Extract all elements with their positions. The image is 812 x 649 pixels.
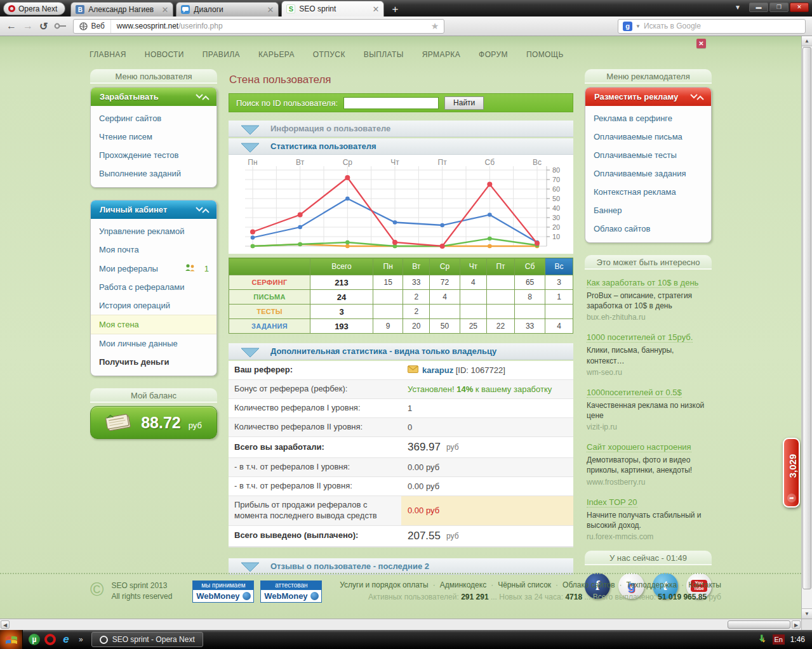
collapse-chevron-icon[interactable] [195,206,210,214]
tray-clock[interactable]: 1:46 [790,635,805,644]
close-button[interactable]: ✕ [790,3,809,12]
taskbar-task-button[interactable]: SEO sprint - Opera Next [91,632,203,647]
minimize-button[interactable]: ▬ [749,3,768,12]
sidebar-link[interactable]: Чтение писем [91,128,216,146]
forward-button[interactable]: → [23,20,33,32]
nav-item-карьера[interactable]: КАРЬЕРА [258,50,295,59]
opera-menu-button[interactable]: Opera Next [3,2,65,15]
footer-link[interactable]: Чёрный список [498,580,551,589]
vertical-scrollbar[interactable]: ▲ ▼ [801,36,812,619]
bookmark-star-icon[interactable]: ★ [426,21,444,31]
footer-link[interactable]: Услуги и порядок оплаты [340,580,428,589]
url-text[interactable]: www.seosprint.net/userinfo.php [111,22,426,30]
nav-item-выплаты[interactable]: ВЫПЛАТЫ [364,50,404,59]
section-user-info[interactable]: Информация о пользователе [229,121,573,137]
ad-title-link[interactable]: Сайт хорошего настроения [587,442,691,452]
sidebar-link[interactable]: Мои рефералы1 [91,259,216,278]
section-user-stats[interactable]: Статистика пользователя [229,138,573,155]
web-badge[interactable]: Веб [74,20,110,33]
sidebar-link[interactable]: Реклама в серфинге [585,109,711,128]
referrer-name[interactable]: karapuz [422,365,453,375]
new-tab-button[interactable]: + [387,3,403,16]
opera-icon[interactable] [44,634,56,645]
browser-tab[interactable]: SSEO sprint✕ [281,1,384,16]
section-reviews[interactable]: Отзывы о пользователе - последние 2 [229,558,573,575]
share-counter-badge[interactable]: 3,029 ➦ [783,438,800,508]
sidebar-link[interactable]: Оплачиваемые тесты [585,146,711,164]
footer-link[interactable]: Контакты [688,580,721,589]
sidebar-link[interactable]: Прохождение тестов [91,146,216,164]
close-ad-icon[interactable]: ✕ [696,39,706,48]
section-extra-stats[interactable]: Дополнительная статистика - видна только… [229,343,573,360]
footer-link[interactable]: Техподдержка [627,580,677,589]
nav-item-ярмарка[interactable]: ЯРМАРКА [422,50,460,59]
nav-item-правила[interactable]: ПРАВИЛА [203,50,240,59]
sidebar-link[interactable]: Серфинг сайтов [91,109,216,128]
ad-title-link[interactable]: Index TOP 20 [587,497,637,508]
collapse-triangle-icon[interactable] [241,348,260,358]
browser-tab[interactable]: ВАлександр Нагиев✕ [70,2,173,16]
sidebar-link[interactable]: Мои личные данные [91,334,216,353]
internet-explorer-icon[interactable]: e [60,634,72,645]
collapse-chevron-icon[interactable] [195,93,210,101]
sidebar-link[interactable]: Управление рекламой [91,222,216,240]
quick-launch-more-icon[interactable]: » [79,635,83,644]
horizontal-scroll-thumb[interactable] [728,620,790,629]
sidebar-link[interactable]: История операций [91,296,216,315]
scroll-down-icon[interactable]: ▼ [802,608,812,619]
sidebar-link[interactable]: Моя почта [91,240,216,259]
tab-list-dropdown-icon[interactable]: ▼ [735,4,741,11]
sidebar-link[interactable]: Облако сайтов [585,220,711,238]
utorrent-tray-icon[interactable] [758,634,767,645]
vertical-scroll-thumb[interactable] [802,47,811,589]
collapse-triangle-icon[interactable] [241,125,260,135]
find-button[interactable]: Найти [444,96,484,110]
earn-panel-header[interactable]: Зарабатывать [91,88,216,106]
ad-title-link[interactable]: Как заработать от 10$ в день [587,278,698,288]
ad-title-link[interactable]: 1000посетителей от 0.5$ [587,388,682,398]
back-button[interactable]: ← [6,20,17,32]
reload-button[interactable]: ↺ [39,20,48,32]
search-engine-dropdown-icon[interactable]: ▼ [636,23,641,29]
collapse-triangle-icon[interactable] [241,143,260,153]
sidebar-link[interactable]: Оплачиваемые письма [585,128,711,146]
browser-tab[interactable]: Диалоги✕ [176,2,279,16]
collapse-triangle-icon[interactable] [241,562,260,572]
tab-close-icon[interactable]: ✕ [267,6,274,14]
webmoney-badge[interactable]: аттестованWebMoney [260,580,322,603]
tab-close-icon[interactable]: ✕ [161,6,168,14]
language-indicator[interactable]: En [773,634,785,645]
collapse-chevron-icon[interactable] [689,93,705,101]
address-bar[interactable]: Веб www.seosprint.net/userinfo.php ★ [73,19,444,34]
google-search-input[interactable] [644,22,801,30]
nav-item-форум[interactable]: ФОРУМ [479,50,508,59]
tab-close-icon[interactable]: ✕ [372,5,379,13]
balance-button[interactable]: 88.72 руб [90,406,217,439]
footer-link[interactable]: Облако сайтов [562,580,615,589]
footer-link[interactable]: Админкодекс [440,580,486,589]
nav-item-главная[interactable]: ГЛАВНАЯ [90,50,126,59]
nav-item-помощь[interactable]: ПОМОЩЬ [526,50,564,59]
sidebar-link[interactable]: Контекстная реклама [585,183,711,201]
scroll-right-icon[interactable]: ▶ [792,620,801,629]
ad-title-link[interactable]: 1000 посетителей от 15руб. [587,332,693,343]
advertise-panel-header[interactable]: Разместить рекламу [585,88,711,106]
id-search-input[interactable] [343,97,439,109]
webmoney-badge[interactable]: мы принимаемWebMoney [192,580,254,603]
cabinet-panel-header[interactable]: Личный кабинет [91,200,216,219]
sidebar-link[interactable]: Баннер [585,201,711,220]
sidebar-link[interactable]: Оплачиваемые задания [585,164,711,183]
google-search-box[interactable]: g ▼ [618,19,806,34]
start-button[interactable] [0,630,23,649]
utorrent-icon[interactable]: µ [29,634,40,645]
nav-item-отпуск[interactable]: ОТПУСК [313,50,345,59]
sidebar-link[interactable]: Моя стена [91,315,216,334]
sidebar-link[interactable]: Получить деньги [91,353,216,371]
scroll-up-icon[interactable]: ▲ [802,36,812,46]
scroll-left-icon[interactable]: ◀ [1,620,10,629]
nav-item-новости[interactable]: НОВОСТИ [145,50,184,59]
sidebar-link[interactable]: Выполнение заданий [91,164,216,183]
restore-button[interactable]: ❐ [769,3,789,12]
horizontal-scrollbar[interactable]: ◀ ▶ [0,619,801,630]
sidebar-link[interactable]: Работа с рефералами [91,278,216,296]
